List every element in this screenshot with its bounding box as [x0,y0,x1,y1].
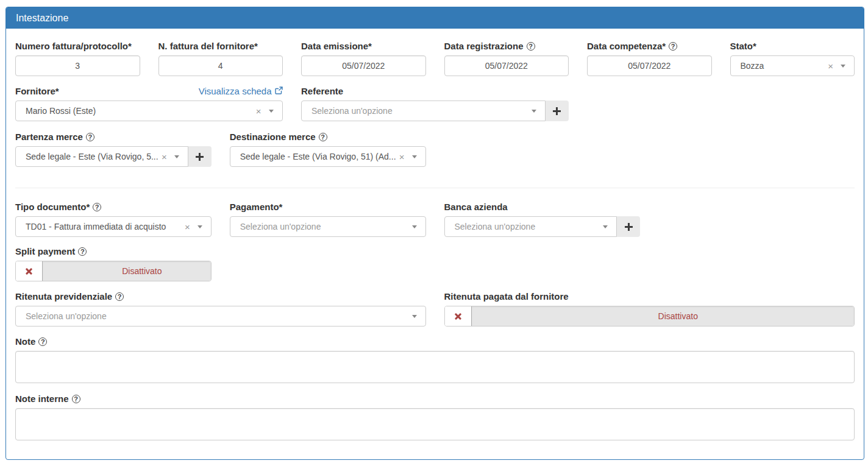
tipo-documento-select[interactable]: TD01 - Fattura immediata di acquisto × [15,216,212,237]
chevron-down-icon [412,225,417,228]
chevron-down-icon [532,110,536,113]
data-competenza-label: Data competenza* [587,41,666,51]
add-partenza-button[interactable] [188,146,212,167]
help-icon: ? [78,247,87,256]
panel-body: Numero fattura/protocollo* N. fattura de… [6,29,864,459]
data-emissione-input[interactable] [301,55,426,76]
help-icon: ? [72,395,80,403]
field-banca-azienda: Banca azienda Seleziona un'opzione [444,200,641,237]
toggle-off-x-icon [454,312,462,320]
fornitore-label: Fornitore* [15,86,59,96]
stato-select[interactable]: Bozza × [730,55,855,76]
fornitore-select[interactable]: Mario Rossi (Este) × [15,101,283,121]
banca-azienda-placeholder: Seleziona un'opzione [455,222,597,231]
field-referente: Referente Seleziona un'opzione [301,85,569,121]
tipo-documento-value: TD01 - Fattura immediata di acquisto [26,222,191,231]
clear-icon[interactable]: × [399,152,405,161]
field-n-fattura-fornitore: N. fattura del fornitore* [158,40,283,76]
destinazione-merce-label: Destinazione merce [230,132,316,142]
referente-placeholder: Seleziona un'opzione [311,106,525,116]
chevron-down-icon [269,110,274,113]
visualizza-scheda-link[interactable]: Visualizza scheda [199,86,283,96]
note-textarea[interactable] [15,351,855,383]
field-data-emissione: Data emissione* [301,40,426,76]
toggle-handle[interactable] [16,261,43,281]
add-banca-button[interactable] [617,216,640,237]
help-icon: ? [38,337,47,346]
fornitore-value: Mario Rossi (Este) [26,106,263,116]
data-competenza-input[interactable] [587,55,712,76]
stato-label: Stato* [730,41,756,51]
help-icon: ? [527,42,535,51]
field-ritenuta-previdenziale: Ritenuta previdenziale? Seleziona un'opz… [15,290,426,327]
help-icon: ? [319,133,327,141]
toggle-off-x-icon [25,267,33,275]
ritenuta-pagata-state: Disattivato [472,306,855,326]
pagamento-label: Pagamento* [230,202,283,212]
partenza-merce-label: Partenza merce [15,132,83,142]
chevron-down-icon [841,65,845,68]
plus-icon [196,153,204,161]
visualizza-scheda-text: Visualizza scheda [199,86,272,96]
field-tipo-documento: Tipo documento*? TD01 - Fattura immediat… [15,200,212,237]
field-ritenuta-pagata: Ritenuta pagata dal fornitore Disattivat… [444,290,855,327]
plus-icon [625,223,633,231]
help-icon: ? [86,133,94,141]
data-registrazione-input[interactable] [444,55,569,76]
clear-icon[interactable]: × [162,152,167,161]
field-data-registrazione: Data registrazione? [444,40,569,76]
field-fornitore: Fornitore* Visualizza scheda Mario Rossi… [15,85,283,121]
note-interne-textarea[interactable] [15,408,855,440]
tipo-documento-label: Tipo documento* [15,202,90,212]
external-link-icon [275,86,283,94]
partenza-merce-select[interactable]: Sede legale - Este (Via Rovigo, 5... × [15,146,188,167]
destinazione-merce-value: Sede legale - Este (Via Rovigo, 51) (Ad.… [240,152,406,161]
chevron-down-icon [174,155,179,158]
ritenuta-pagata-label: Ritenuta pagata dal fornitore [444,291,569,302]
toggle-handle[interactable] [445,306,472,326]
field-partenza-merce: Partenza merce? Sede legale - Este (Via … [15,130,212,167]
panel-title: Intestazione [16,13,68,24]
chevron-down-icon [412,315,417,318]
stato-value: Bozza [741,61,835,71]
chevron-down-icon [412,155,417,158]
field-pagamento: Pagamento* Seleziona un'opzione [230,200,426,237]
help-icon: ? [669,42,677,51]
intestazione-panel: Intestazione Numero fattura/protocollo* … [5,7,864,460]
n-fattura-fornitore-input[interactable] [158,55,283,76]
help-icon: ? [115,292,124,301]
data-registrazione-label: Data registrazione [444,41,524,51]
ritenuta-pagata-toggle[interactable]: Disattivato [444,306,855,327]
clear-icon[interactable]: × [256,107,261,116]
ritenuta-previdenziale-label: Ritenuta previdenziale [15,291,112,302]
split-payment-state: Disattivato [43,261,211,281]
referente-label: Referente [301,86,343,96]
clear-icon[interactable]: × [828,62,833,71]
panel-header: Intestazione [6,7,864,29]
ritenuta-previdenziale-placeholder: Seleziona un'opzione [26,311,406,321]
n-fattura-fornitore-label: N. fattura del fornitore* [158,41,258,51]
clear-icon[interactable]: × [185,222,190,231]
add-referente-button[interactable] [546,101,569,121]
split-payment-toggle[interactable]: Disattivato [15,261,212,281]
partenza-merce-value: Sede legale - Este (Via Rovigo, 5... [26,152,168,161]
field-data-competenza: Data competenza*? [587,40,712,76]
chevron-down-icon [603,225,608,228]
chevron-down-icon [197,225,202,228]
plus-icon [553,107,561,115]
section-divider [15,188,855,188]
field-split-payment: Split payment? Disattivato [15,245,212,281]
note-interne-label: Note interne [15,394,69,404]
pagamento-select[interactable]: Seleziona un'opzione [230,216,426,237]
field-stato: Stato* Bozza × [730,40,855,76]
ritenuta-previdenziale-select[interactable]: Seleziona un'opzione [15,306,426,327]
banca-azienda-select[interactable]: Seleziona un'opzione [444,216,617,237]
field-note-interne: Note interne? [15,392,855,443]
banca-azienda-label: Banca azienda [444,202,508,212]
help-icon: ? [93,203,101,211]
referente-select[interactable]: Seleziona un'opzione [301,101,546,121]
destinazione-merce-select[interactable]: Sede legale - Este (Via Rovigo, 51) (Ad.… [230,146,426,167]
numero-fattura-input[interactable] [15,55,140,76]
field-note: Note? [15,335,855,386]
pagamento-placeholder: Seleziona un'opzione [240,222,406,231]
